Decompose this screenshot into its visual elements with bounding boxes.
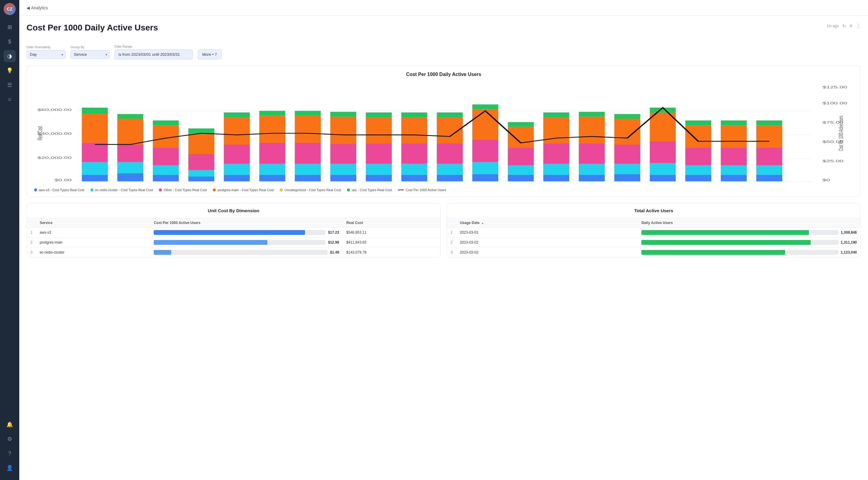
legend-dot-other bbox=[159, 188, 162, 191]
svg-rect-58 bbox=[295, 175, 321, 181]
svg-text:Mar 10: Mar 10 bbox=[369, 184, 389, 184]
svg-rect-78 bbox=[437, 113, 463, 117]
sidebar-item-insights[interactable]: 💡 bbox=[4, 64, 16, 77]
svg-rect-85 bbox=[472, 109, 498, 140]
svg-rect-129 bbox=[721, 165, 747, 175]
legend-vpc: vpc - Cost Types Real Cost bbox=[347, 188, 392, 192]
col-cost-per-1000[interactable]: Cost Per 1000 Active Users bbox=[150, 218, 343, 228]
svg-rect-96 bbox=[544, 113, 569, 117]
cost-bar-bg bbox=[154, 250, 328, 255]
svg-rect-118 bbox=[650, 175, 676, 181]
sidebar-item-reports[interactable]: ☰ bbox=[4, 79, 16, 91]
more-icon[interactable]: ⋮ bbox=[856, 23, 861, 29]
svg-rect-121 bbox=[685, 125, 711, 147]
svg-rect-76 bbox=[401, 175, 427, 181]
col-usage-date[interactable]: Usage Date ▲ bbox=[456, 218, 638, 228]
svg-text:$25.00: $25.00 bbox=[823, 159, 843, 163]
back-button[interactable]: ◀ Analytics bbox=[27, 5, 48, 10]
svg-rect-50 bbox=[259, 143, 285, 164]
svg-rect-103 bbox=[579, 117, 604, 144]
svg-rect-100 bbox=[544, 175, 569, 181]
svg-rect-108 bbox=[614, 114, 640, 119]
svg-text:Cost Per 1000 Active Users: Cost Per 1000 Active Users bbox=[838, 116, 844, 151]
active-users-table-card: Total Active Users Usage Date ▲ Daily Ac… bbox=[447, 203, 861, 258]
svg-rect-45 bbox=[224, 164, 250, 175]
svg-rect-134 bbox=[756, 148, 782, 165]
cost-bar-fill bbox=[154, 250, 171, 255]
svg-rect-40 bbox=[188, 176, 214, 181]
svg-text:Mar 4: Mar 4 bbox=[158, 184, 174, 184]
users-bar-bg bbox=[641, 250, 838, 255]
filter-icon[interactable]: ≡ bbox=[849, 23, 852, 29]
svg-rect-135 bbox=[756, 165, 782, 175]
date-granularity-group: Date Granularity Day bbox=[27, 45, 66, 59]
svg-rect-87 bbox=[472, 162, 498, 174]
svg-rect-38 bbox=[188, 154, 214, 170]
svg-rect-75 bbox=[401, 164, 427, 175]
svg-rect-98 bbox=[544, 144, 569, 164]
date-range-button[interactable]: is from 2023/03/01 until 2023/03/31 bbox=[115, 50, 193, 59]
sidebar-item-query[interactable]: ⌗ bbox=[4, 93, 16, 106]
sidebar-item-help[interactable]: ? bbox=[4, 447, 16, 459]
col-service: Service bbox=[36, 218, 150, 228]
legend-ec-redis: ec-redis-cluster - Cost Types Real Cost bbox=[90, 188, 153, 192]
table-row: 3 ec-redis-cluster $1.49 $143,0 bbox=[27, 247, 440, 258]
unit-cost-table: Service Cost Per 1000 Active Users Real … bbox=[27, 218, 440, 257]
group-by-select[interactable]: Service bbox=[70, 50, 110, 59]
sidebar-item-profile[interactable]: 👤 bbox=[4, 462, 16, 474]
legend-dot-vpc bbox=[347, 188, 350, 191]
sidebar-item-settings[interactable]: ⚙ bbox=[4, 433, 16, 445]
sidebar-item-notifications[interactable]: 🔔 bbox=[4, 419, 16, 430]
svg-rect-111 bbox=[614, 164, 640, 174]
app-logo[interactable]: CZ bbox=[4, 3, 16, 15]
svg-text:Real Cost: Real Cost bbox=[36, 126, 44, 141]
svg-rect-27 bbox=[117, 162, 143, 173]
svg-rect-123 bbox=[685, 165, 711, 175]
filters-bar: Date Granularity Day Group By Service Da… bbox=[27, 44, 861, 59]
svg-text:Mar 2: Mar 2 bbox=[87, 184, 103, 184]
sidebar: CZ ⊞ $ ◑ 💡 ☰ ⌗ 🔔 ⚙ ? 👤 bbox=[0, 0, 19, 480]
svg-rect-120 bbox=[685, 121, 711, 125]
svg-text:Mar 18: Mar 18 bbox=[618, 184, 637, 184]
svg-rect-93 bbox=[508, 165, 534, 175]
legend-line-cost bbox=[398, 190, 404, 190]
svg-rect-52 bbox=[259, 175, 285, 181]
date-granularity-wrapper: Day bbox=[27, 50, 66, 59]
more-filters-button[interactable]: More • 7 bbox=[198, 50, 221, 59]
users-bar-fill bbox=[641, 240, 811, 245]
page-header-right: 1m ago ↻ ≡ ⋮ bbox=[827, 23, 861, 29]
svg-rect-46 bbox=[224, 175, 250, 181]
sidebar-item-dashboard[interactable]: ⊞ bbox=[4, 21, 16, 33]
svg-rect-66 bbox=[366, 113, 392, 117]
svg-rect-126 bbox=[721, 121, 747, 125]
col-num bbox=[27, 218, 36, 228]
sidebar-item-billing[interactable]: $ bbox=[4, 36, 16, 48]
svg-rect-63 bbox=[330, 164, 356, 175]
group-by-label: Group By bbox=[70, 45, 110, 49]
svg-rect-34 bbox=[153, 175, 179, 181]
sidebar-item-analytics[interactable]: ◑ bbox=[4, 50, 16, 62]
unit-cost-table-card: Unit Cost By Dimension Service Cost Per … bbox=[27, 203, 441, 258]
svg-rect-22 bbox=[82, 175, 108, 181]
svg-rect-36 bbox=[188, 128, 214, 133]
svg-rect-68 bbox=[366, 144, 392, 164]
svg-rect-116 bbox=[650, 142, 676, 163]
svg-rect-81 bbox=[437, 164, 463, 175]
svg-rect-19 bbox=[82, 114, 108, 143]
svg-rect-64 bbox=[330, 175, 356, 181]
col-real-cost: Real Cost bbox=[343, 218, 440, 228]
page-content: Cost Per 1000 Daily Active Users 1m ago … bbox=[19, 16, 868, 480]
svg-rect-132 bbox=[756, 121, 782, 125]
cost-bar-fill bbox=[154, 230, 305, 235]
refresh-icon[interactable]: ↻ bbox=[842, 24, 846, 28]
svg-rect-110 bbox=[614, 144, 640, 164]
users-bar-fill bbox=[641, 250, 785, 255]
svg-rect-94 bbox=[508, 175, 534, 181]
date-granularity-select[interactable]: Day bbox=[27, 50, 66, 59]
main-content: ◀ Analytics Cost Per 1000 Daily Active U… bbox=[19, 0, 868, 480]
svg-rect-61 bbox=[330, 117, 356, 144]
sidebar-bottom: 🔔 ⚙ ? 👤 bbox=[4, 419, 16, 477]
svg-rect-105 bbox=[579, 164, 604, 175]
more-filters-group: More • 7 bbox=[198, 44, 221, 59]
cost-bar-bg bbox=[154, 230, 326, 235]
